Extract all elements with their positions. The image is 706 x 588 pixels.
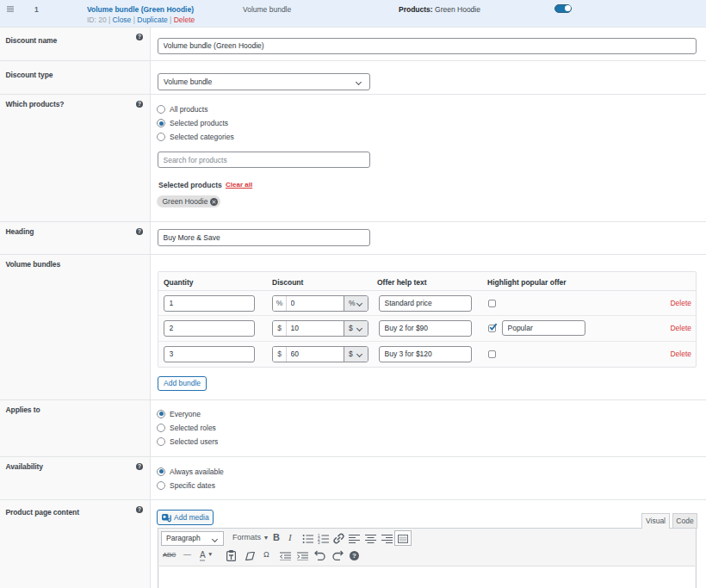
svg-text:3: 3 (318, 541, 320, 544)
